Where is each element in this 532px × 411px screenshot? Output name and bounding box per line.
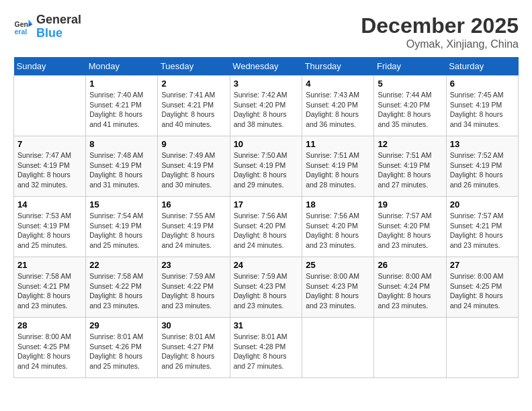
day-info: Sunrise: 7:53 AMSunset: 4:19 PMDaylight:…	[17, 211, 82, 250]
svg-text:eral: eral	[15, 27, 28, 35]
day-info: Sunrise: 8:00 AMSunset: 4:25 PMDaylight:…	[450, 271, 515, 311]
day-info: Sunrise: 7:55 AMSunset: 4:19 PMDaylight:…	[161, 211, 226, 250]
day-info: Sunrise: 7:59 AMSunset: 4:23 PMDaylight:…	[234, 271, 299, 311]
calendar-cell: 31Sunrise: 8:01 AMSunset: 4:28 PMDayligh…	[230, 318, 302, 378]
day-number: 5	[378, 79, 442, 89]
day-number: 29	[89, 320, 154, 330]
calendar-cell: 4Sunrise: 7:43 AMSunset: 4:20 PMDaylight…	[302, 76, 374, 136]
calendar-cell: 13Sunrise: 7:52 AMSunset: 4:19 PMDayligh…	[446, 136, 518, 197]
day-of-week-header: Monday	[86, 57, 158, 76]
day-info: Sunrise: 7:43 AMSunset: 4:20 PMDaylight:…	[306, 90, 370, 130]
calendar-cell: 3Sunrise: 7:42 AMSunset: 4:20 PMDaylight…	[230, 76, 302, 136]
calendar-cell: 11Sunrise: 7:51 AMSunset: 4:19 PMDayligh…	[302, 136, 374, 197]
calendar-cell: 8Sunrise: 7:48 AMSunset: 4:19 PMDaylight…	[86, 136, 158, 197]
day-info: Sunrise: 8:01 AMSunset: 4:26 PMDaylight:…	[89, 332, 154, 371]
day-info: Sunrise: 7:48 AMSunset: 4:19 PMDaylight:…	[89, 150, 154, 190]
day-number: 4	[306, 79, 370, 89]
day-info: Sunrise: 8:00 AMSunset: 4:25 PMDaylight:…	[17, 332, 82, 371]
calendar-cell: 12Sunrise: 7:51 AMSunset: 4:19 PMDayligh…	[374, 136, 446, 197]
month-title: December 2025	[361, 13, 519, 38]
day-number: 28	[17, 320, 82, 330]
calendar-cell: 20Sunrise: 7:57 AMSunset: 4:21 PMDayligh…	[446, 197, 518, 257]
day-number: 22	[89, 260, 154, 270]
day-of-week-header: Saturday	[446, 57, 518, 76]
day-info: Sunrise: 7:49 AMSunset: 4:19 PMDaylight:…	[161, 150, 226, 190]
day-number: 21	[17, 260, 82, 270]
logo-icon: Gen eral	[13, 17, 34, 37]
logo-text-line2: Blue	[36, 27, 81, 40]
calendar-cell: 25Sunrise: 8:00 AMSunset: 4:23 PMDayligh…	[302, 257, 374, 318]
calendar-cell: 30Sunrise: 8:01 AMSunset: 4:27 PMDayligh…	[158, 318, 230, 378]
calendar-cell: 28Sunrise: 8:00 AMSunset: 4:25 PMDayligh…	[14, 318, 86, 378]
calendar-cell: 26Sunrise: 8:00 AMSunset: 4:24 PMDayligh…	[374, 257, 446, 318]
logo: Gen eral General Blue	[13, 13, 81, 40]
day-info: Sunrise: 7:47 AMSunset: 4:19 PMDaylight:…	[17, 150, 82, 190]
day-number: 24	[234, 260, 299, 270]
day-number: 9	[161, 139, 226, 149]
day-number: 16	[161, 199, 226, 210]
calendar-cell: 9Sunrise: 7:49 AMSunset: 4:19 PMDaylight…	[158, 136, 230, 197]
calendar-cell: 2Sunrise: 7:41 AMSunset: 4:21 PMDaylight…	[158, 76, 230, 136]
calendar-cell: 29Sunrise: 8:01 AMSunset: 4:26 PMDayligh…	[86, 318, 158, 378]
calendar-cell: 22Sunrise: 7:58 AMSunset: 4:22 PMDayligh…	[86, 257, 158, 318]
day-info: Sunrise: 8:01 AMSunset: 4:28 PMDaylight:…	[234, 332, 299, 371]
logo-text-line1: General	[36, 13, 81, 27]
day-info: Sunrise: 7:54 AMSunset: 4:19 PMDaylight:…	[89, 211, 154, 250]
day-info: Sunrise: 7:50 AMSunset: 4:19 PMDaylight:…	[234, 150, 299, 190]
calendar-cell	[14, 76, 86, 136]
day-info: Sunrise: 7:42 AMSunset: 4:20 PMDaylight:…	[234, 90, 299, 130]
calendar-cell: 7Sunrise: 7:47 AMSunset: 4:19 PMDaylight…	[14, 136, 86, 197]
day-info: Sunrise: 7:45 AMSunset: 4:19 PMDaylight:…	[450, 90, 515, 130]
calendar-cell: 1Sunrise: 7:40 AMSunset: 4:21 PMDaylight…	[86, 76, 158, 136]
day-of-week-header: Friday	[374, 57, 446, 76]
calendar-cell: 10Sunrise: 7:50 AMSunset: 4:19 PMDayligh…	[230, 136, 302, 197]
day-info: Sunrise: 8:01 AMSunset: 4:27 PMDaylight:…	[161, 332, 226, 371]
day-number: 8	[89, 139, 154, 149]
day-number: 11	[306, 139, 370, 149]
day-number: 27	[450, 260, 515, 270]
day-info: Sunrise: 8:00 AMSunset: 4:23 PMDaylight:…	[306, 271, 370, 311]
day-info: Sunrise: 7:57 AMSunset: 4:21 PMDaylight:…	[450, 211, 515, 250]
calendar-cell: 5Sunrise: 7:44 AMSunset: 4:20 PMDaylight…	[374, 76, 446, 136]
day-number: 18	[306, 199, 370, 210]
day-of-week-header: Sunday	[14, 57, 86, 76]
day-number: 30	[161, 320, 226, 330]
day-info: Sunrise: 7:52 AMSunset: 4:19 PMDaylight:…	[450, 150, 515, 190]
calendar-cell: 16Sunrise: 7:55 AMSunset: 4:19 PMDayligh…	[158, 197, 230, 257]
day-info: Sunrise: 7:51 AMSunset: 4:19 PMDaylight:…	[378, 150, 442, 190]
calendar-cell: 23Sunrise: 7:59 AMSunset: 4:22 PMDayligh…	[158, 257, 230, 318]
calendar-table: SundayMondayTuesdayWednesdayThursdayFrid…	[13, 57, 519, 378]
calendar-cell: 18Sunrise: 7:56 AMSunset: 4:20 PMDayligh…	[302, 197, 374, 257]
calendar-cell: 17Sunrise: 7:56 AMSunset: 4:20 PMDayligh…	[230, 197, 302, 257]
day-info: Sunrise: 7:41 AMSunset: 4:21 PMDaylight:…	[161, 90, 226, 130]
day-info: Sunrise: 7:57 AMSunset: 4:20 PMDaylight:…	[378, 211, 442, 250]
day-number: 17	[234, 199, 299, 210]
day-number: 20	[450, 199, 515, 210]
day-info: Sunrise: 7:51 AMSunset: 4:19 PMDaylight:…	[306, 150, 370, 190]
calendar-cell: 14Sunrise: 7:53 AMSunset: 4:19 PMDayligh…	[14, 197, 86, 257]
day-number: 14	[17, 199, 82, 210]
day-number: 15	[89, 199, 154, 210]
day-info: Sunrise: 7:58 AMSunset: 4:21 PMDaylight:…	[17, 271, 82, 311]
calendar-cell: 27Sunrise: 8:00 AMSunset: 4:25 PMDayligh…	[446, 257, 518, 318]
day-number: 3	[234, 79, 299, 89]
day-number: 13	[450, 139, 515, 149]
day-info: Sunrise: 7:44 AMSunset: 4:20 PMDaylight:…	[378, 90, 442, 130]
calendar-cell	[302, 318, 374, 378]
day-info: Sunrise: 7:59 AMSunset: 4:22 PMDaylight:…	[161, 271, 226, 311]
day-of-week-header: Wednesday	[230, 57, 302, 76]
day-number: 26	[378, 260, 442, 270]
day-info: Sunrise: 7:40 AMSunset: 4:21 PMDaylight:…	[89, 90, 154, 130]
day-number: 25	[306, 260, 370, 270]
calendar-cell: 19Sunrise: 7:57 AMSunset: 4:20 PMDayligh…	[374, 197, 446, 257]
day-info: Sunrise: 7:58 AMSunset: 4:22 PMDaylight:…	[89, 271, 154, 311]
day-info: Sunrise: 7:56 AMSunset: 4:20 PMDaylight:…	[306, 211, 370, 250]
calendar-cell: 6Sunrise: 7:45 AMSunset: 4:19 PMDaylight…	[446, 76, 518, 136]
day-number: 19	[378, 199, 442, 210]
day-number: 31	[234, 320, 299, 330]
day-info: Sunrise: 8:00 AMSunset: 4:24 PMDaylight:…	[378, 271, 442, 311]
day-number: 2	[161, 79, 226, 89]
day-number: 23	[161, 260, 226, 270]
day-number: 10	[234, 139, 299, 149]
calendar-cell: 15Sunrise: 7:54 AMSunset: 4:19 PMDayligh…	[86, 197, 158, 257]
